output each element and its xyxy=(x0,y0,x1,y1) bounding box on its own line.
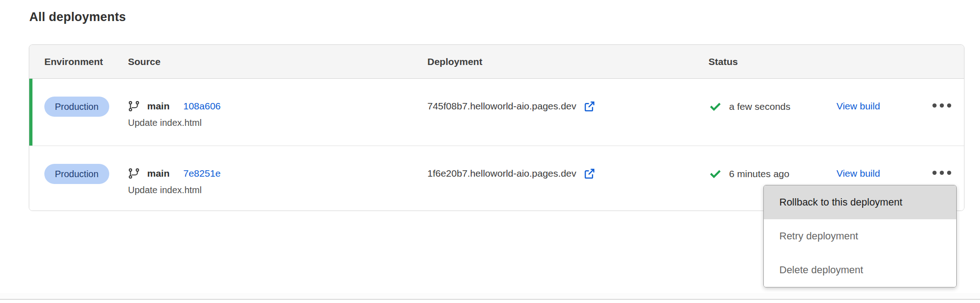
check-icon xyxy=(708,167,722,181)
deployment-cell: 745f08b7.helloworld-aio.pages.dev xyxy=(427,79,708,146)
table-row: Production main 108a606 Update index.htm… xyxy=(29,79,964,146)
check-icon xyxy=(708,100,722,114)
commit-link[interactable]: 108a606 xyxy=(183,100,221,113)
external-link-icon[interactable] xyxy=(583,168,596,180)
status-time: a few seconds xyxy=(729,100,790,114)
branch-name: main xyxy=(147,167,170,180)
environment-cell: Production xyxy=(44,79,128,146)
menu-item-rollback[interactable]: Rollback to this deployment xyxy=(764,185,956,219)
view-build-link[interactable]: View build xyxy=(836,168,880,179)
status-time: 6 minutes ago xyxy=(729,167,789,181)
external-link-icon[interactable] xyxy=(583,100,596,113)
column-header-status: Status xyxy=(708,56,964,67)
commit-link[interactable]: 7e8251e xyxy=(183,167,221,180)
commit-message: Update index.html xyxy=(128,117,427,129)
status-cell: a few seconds xyxy=(708,79,836,146)
environment-badge: Production xyxy=(44,164,109,184)
git-branch-icon xyxy=(128,100,140,112)
deployment-url: 745f08b7.helloworld-aio.pages.dev xyxy=(427,100,576,113)
commit-message: Update index.html xyxy=(128,184,427,196)
git-branch-icon xyxy=(128,168,140,179)
page-bottom-divider xyxy=(0,299,980,300)
view-build-cell: View build xyxy=(836,79,932,146)
menu-item-retry[interactable]: Retry deployment xyxy=(764,219,956,253)
deployment-options-button[interactable] xyxy=(932,171,956,175)
menu-item-delete[interactable]: Delete deployment xyxy=(764,253,956,287)
view-build-link[interactable]: View build xyxy=(836,101,880,111)
table-header-row: Environment Source Deployment Status xyxy=(29,45,964,79)
branch-name: main xyxy=(147,100,170,113)
column-header-source: Source xyxy=(128,56,427,67)
page-title: All deployments xyxy=(29,10,126,24)
deployment-cell: 1f6e20b7.helloworld-aio.pages.dev xyxy=(427,146,708,211)
environment-badge: Production xyxy=(44,97,109,117)
deployment-options-menu: Rollback to this deployment Retry deploy… xyxy=(763,185,957,287)
ellipsis-icon xyxy=(932,171,937,175)
column-header-deployment: Deployment xyxy=(427,56,708,67)
deployment-options-button[interactable] xyxy=(932,103,956,108)
deployment-url: 1f6e20b7.helloworld-aio.pages.dev xyxy=(427,167,576,180)
page-bottom-strip xyxy=(0,293,980,299)
column-header-environment: Environment xyxy=(44,56,128,67)
options-cell xyxy=(932,79,964,146)
source-cell: main 108a606 Update index.html xyxy=(128,79,427,146)
source-cell: main 7e8251e Update index.html xyxy=(128,146,427,211)
ellipsis-icon xyxy=(932,103,937,108)
environment-cell: Production xyxy=(44,146,128,211)
